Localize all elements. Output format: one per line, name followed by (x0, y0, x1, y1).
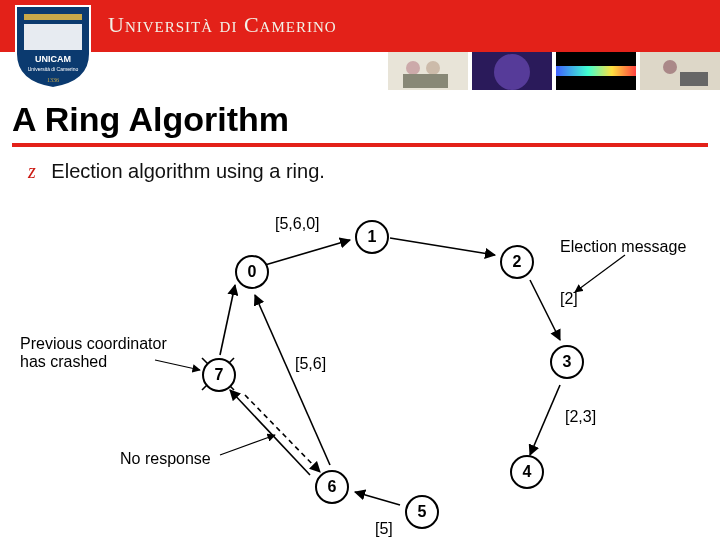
node-1: 1 (355, 220, 389, 254)
annotation-no-response: No response (120, 450, 211, 468)
header-thumbnails (388, 52, 720, 90)
svg-rect-12 (556, 66, 636, 76)
university-name: Università di Camerino (108, 12, 337, 38)
node-0: 0 (235, 255, 269, 289)
edge-label-2: [2] (560, 290, 578, 308)
node-4: 4 (510, 455, 544, 489)
thumb-students (388, 52, 468, 90)
svg-point-7 (426, 61, 440, 75)
node-6: 6 (315, 470, 349, 504)
bullet-marker: z (28, 160, 36, 182)
title-block: A Ring Algorithm (12, 100, 708, 147)
svg-text:Università di Camerino: Università di Camerino (28, 66, 79, 72)
svg-point-6 (406, 61, 420, 75)
node-7: 7 (202, 358, 236, 392)
bullet-line: z Election algorithm using a ring. (28, 160, 325, 183)
svg-text:UNICAM: UNICAM (35, 54, 71, 64)
annotation-crashed: Previous coordinator has crashed (20, 335, 170, 371)
node-2: 2 (500, 245, 534, 279)
title-underline (12, 143, 708, 147)
edge-label-56: [5,6] (295, 355, 326, 373)
node-3: 3 (550, 345, 584, 379)
svg-point-14 (663, 60, 677, 74)
svg-text:1336: 1336 (47, 77, 59, 83)
thumb-abstract-1 (472, 52, 552, 90)
ring-diagram: 0 1 2 3 4 5 6 7 [5,6,0] [2] [5,6] [2,3] … (20, 200, 700, 530)
slide-title: A Ring Algorithm (12, 100, 708, 139)
annotation-election-message: Election message (560, 238, 686, 256)
unicam-shield-logo: UNICAM Università di Camerino 1336 (14, 4, 92, 90)
svg-rect-1 (24, 24, 82, 50)
edge-label-23: [2,3] (565, 408, 596, 426)
thumb-spectrum (556, 52, 636, 90)
bullet-text: Election algorithm using a ring. (51, 160, 324, 182)
slide-header: UNICAM Università di Camerino 1336 Unive… (0, 0, 720, 90)
thumb-laptop-user (640, 52, 720, 90)
svg-rect-8 (403, 74, 448, 88)
svg-rect-15 (680, 72, 708, 86)
edge-label-560: [5,6,0] (275, 215, 319, 233)
edge-label-5: [5] (375, 520, 393, 538)
svg-point-10 (494, 54, 530, 90)
svg-rect-0 (24, 14, 82, 20)
node-5: 5 (405, 495, 439, 529)
